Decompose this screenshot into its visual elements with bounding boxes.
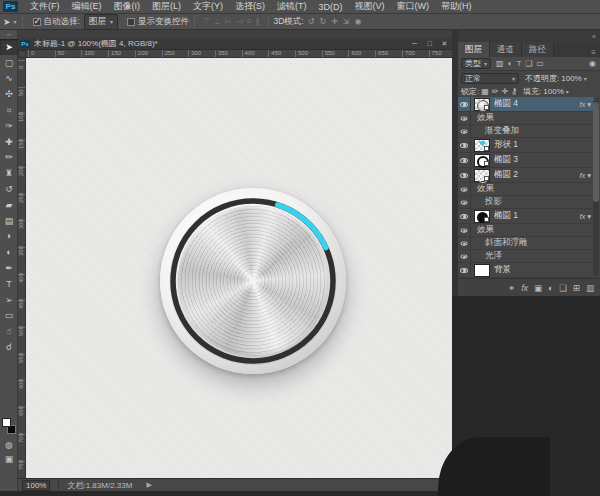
- panel-menu-icon[interactable]: ≡: [591, 48, 600, 57]
- visibility-eye-icon[interactable]: [458, 209, 471, 223]
- healing-brush-tool[interactable]: ✚: [0, 134, 18, 150]
- mode-3d-2-icon[interactable]: ✛: [331, 17, 338, 26]
- marquee-tool[interactable]: ▢: [0, 55, 18, 71]
- menu-item-4[interactable]: 文字(Y): [187, 0, 229, 13]
- visibility-eye-icon[interactable]: [458, 125, 471, 137]
- mode-3d-3-icon[interactable]: ⇲: [343, 17, 350, 26]
- align-4-icon[interactable]: ≡: [247, 17, 252, 26]
- mode-3d-4-icon[interactable]: ◉: [355, 17, 362, 26]
- visibility-eye-icon[interactable]: [458, 250, 471, 262]
- layer-thumbnail[interactable]: [474, 139, 490, 152]
- foreground-color-swatch[interactable]: [2, 418, 11, 427]
- ruler-origin-box[interactable]: [18, 50, 26, 58]
- zoom-tool[interactable]: ☌: [0, 339, 18, 355]
- zoom-level-field[interactable]: 100%: [22, 480, 50, 491]
- path-selection-tool[interactable]: ➢: [0, 292, 18, 308]
- lock-1-icon[interactable]: ✏: [492, 87, 499, 96]
- menu-item-7[interactable]: 3D(D): [313, 2, 349, 12]
- canvas[interactable]: [26, 58, 452, 478]
- visibility-eye-icon[interactable]: [458, 138, 471, 152]
- layer-row[interactable]: 形状 1: [458, 138, 594, 153]
- layer-name[interactable]: 背景: [494, 264, 511, 276]
- add-mask-icon[interactable]: ▣: [534, 283, 542, 293]
- menu-item-8[interactable]: 视图(V): [349, 0, 391, 13]
- scrollbar-thumb[interactable]: [593, 102, 599, 202]
- layer-name[interactable]: 椭圆 3: [494, 154, 518, 166]
- layer-thumbnail[interactable]: [474, 98, 490, 111]
- color-swatches[interactable]: [2, 418, 16, 434]
- minimize-button[interactable]: ─: [407, 38, 422, 49]
- menu-item-0[interactable]: 文件(F): [24, 0, 66, 13]
- align-5-icon[interactable]: ∥: [256, 17, 260, 26]
- layer-row[interactable]: 椭圆 2fx▾: [458, 168, 594, 183]
- filter-toggle-icon[interactable]: ◉: [589, 59, 596, 68]
- filter-kind-2-icon[interactable]: T: [516, 59, 521, 68]
- hand-tool[interactable]: ☝: [0, 323, 18, 339]
- lock-0-icon[interactable]: ▦: [481, 87, 489, 96]
- effect-name[interactable]: 渐变叠加: [485, 125, 519, 137]
- effect-name[interactable]: 斜面和浮雕: [485, 237, 528, 249]
- layer-thumbnail[interactable]: [474, 264, 490, 277]
- menu-item-6[interactable]: 滤镜(T): [271, 0, 313, 13]
- lock-buttons[interactable]: ▦✏✛⚷: [481, 87, 517, 96]
- menu-item-10[interactable]: 帮助(H): [435, 0, 478, 13]
- opacity-value[interactable]: 100%: [561, 74, 581, 83]
- fx-collapse-icon[interactable]: ▾: [587, 171, 591, 180]
- layer-name[interactable]: 椭圆 1: [494, 210, 518, 222]
- layer-effect-row[interactable]: 斜面和浮雕: [458, 237, 594, 250]
- visibility-eye-icon[interactable]: [458, 168, 471, 182]
- layer-name[interactable]: 椭圆 4: [494, 98, 518, 110]
- new-group-icon[interactable]: ❏: [559, 283, 567, 293]
- lock-2-icon[interactable]: ✛: [502, 87, 509, 96]
- layer-thumbnail[interactable]: [474, 169, 490, 182]
- layer-effect-row[interactable]: 投影: [458, 196, 594, 209]
- close-button[interactable]: ✕: [437, 38, 452, 49]
- layer-style-icon[interactable]: fx: [521, 283, 528, 293]
- blend-mode-dropdown[interactable]: 正常▾: [461, 73, 519, 84]
- history-brush-tool[interactable]: ↺: [0, 181, 18, 197]
- tab-paths[interactable]: 路径: [522, 42, 554, 57]
- visibility-eye-icon[interactable]: [458, 263, 471, 277]
- fill-value[interactable]: 100%: [543, 87, 563, 96]
- screen-mode-button[interactable]: ▣: [0, 454, 18, 464]
- visibility-eye-icon[interactable]: [458, 153, 471, 167]
- align-2-icon[interactable]: ⊢: [225, 17, 232, 26]
- effect-name[interactable]: 效果: [477, 224, 494, 236]
- mode-3d-0-icon[interactable]: ↺: [308, 17, 315, 26]
- layer-name[interactable]: 形状 1: [494, 139, 518, 151]
- clone-stamp-tool[interactable]: ♜: [0, 165, 18, 181]
- toolbar-collapse-icon[interactable]: ‹‹: [0, 30, 18, 39]
- type-tool[interactable]: T: [0, 276, 18, 292]
- layer-name[interactable]: 椭圆 2: [494, 169, 518, 181]
- eyedropper-tool[interactable]: ✑: [0, 118, 18, 134]
- align-buttons[interactable]: ⊤⊥⊢⊣≡∥: [203, 17, 260, 26]
- filter-kind-4-icon[interactable]: ▭: [536, 59, 544, 68]
- show-transform-checkbox[interactable]: [127, 18, 135, 26]
- align-0-icon[interactable]: ⊤: [203, 17, 210, 26]
- fx-collapse-icon[interactable]: ▾: [587, 212, 591, 221]
- tool-preset-arrow-icon[interactable]: ▾: [14, 18, 17, 25]
- link-layers-icon[interactable]: ⚭: [508, 283, 515, 293]
- mode-3d-1-icon[interactable]: ↻: [319, 17, 326, 26]
- visibility-eye-icon[interactable]: [458, 224, 471, 236]
- dodge-tool[interactable]: ◐: [0, 244, 18, 260]
- maximize-button[interactable]: □: [422, 38, 437, 49]
- quick-selection-tool[interactable]: ✣: [0, 86, 18, 102]
- blur-tool[interactable]: ◗: [0, 229, 18, 245]
- menu-item-3[interactable]: 图层(L): [146, 0, 187, 13]
- visibility-eye-icon[interactable]: [458, 196, 471, 208]
- layer-row[interactable]: 椭圆 1fx▾: [458, 209, 594, 224]
- auto-select-checkbox[interactable]: [33, 18, 41, 26]
- lasso-tool[interactable]: ∿: [0, 71, 18, 87]
- align-1-icon[interactable]: ⊥: [214, 17, 221, 26]
- visibility-eye-icon[interactable]: [458, 112, 471, 124]
- visibility-eye-icon[interactable]: [458, 183, 471, 195]
- tab-channels[interactable]: 通道: [490, 42, 522, 57]
- menu-item-5[interactable]: 选择(S): [229, 0, 271, 13]
- filter-kind-0-icon[interactable]: ▨: [496, 59, 504, 68]
- status-options-arrow-icon[interactable]: ▶: [146, 481, 151, 489]
- effect-name[interactable]: 投影: [485, 196, 502, 208]
- layer-row[interactable]: 椭圆 3: [458, 153, 594, 168]
- eraser-tool[interactable]: ▰: [0, 197, 18, 213]
- visibility-eye-icon[interactable]: [458, 97, 471, 111]
